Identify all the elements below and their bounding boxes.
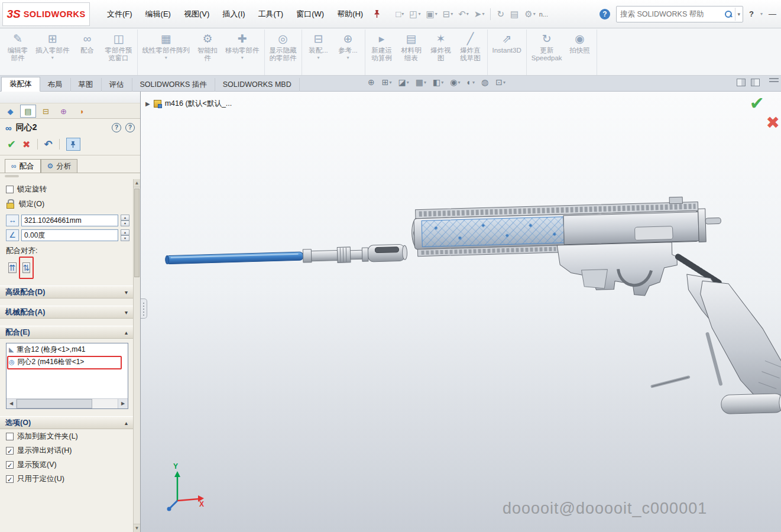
hide-show-items-button[interactable]: ◉▾ <box>450 77 460 87</box>
search-dropdown-arrow-icon[interactable]: ▾ <box>735 8 743 21</box>
ribbon-button-update-speedpak[interactable]: ↻更新 Speedpak <box>529 30 565 69</box>
file-properties-button[interactable]: ▤ <box>508 8 521 21</box>
spin-down-icon[interactable]: ▾ <box>121 235 129 241</box>
scrollbar-thumb[interactable] <box>17 399 92 408</box>
help-icon[interactable]: ? <box>125 123 135 132</box>
ribbon-button-mate[interactable]: ∞配合 <box>73 30 102 61</box>
options-button[interactable]: ⚙▾ <box>523 8 537 21</box>
ribbon-button-component-preview[interactable]: ◫零部件预 览窗口 <box>102 30 135 69</box>
pane-right-icon[interactable] <box>751 79 760 86</box>
menu-tools[interactable]: 工具(T) <box>252 1 290 28</box>
section-advanced-mates[interactable]: 高级配合(D)▾ <box>0 286 133 299</box>
ribbon-button-bom[interactable]: ▤材料明 细表 <box>397 30 426 69</box>
tab-mates[interactable]: ∞配合 <box>5 159 41 173</box>
ribbon-button-move-component[interactable]: ✚移动零部件▾ <box>222 30 263 61</box>
ribbon-button-linear-pattern[interactable]: ▦线性零部件阵列▾ <box>140 30 193 61</box>
minimize-button[interactable]: — <box>769 9 776 18</box>
displaymanager-tab[interactable]: ◑ <box>73 105 89 118</box>
tab-mbd[interactable]: SOLIDWORKS MBD <box>215 78 300 92</box>
ribbon-button-edit-component[interactable]: ✎编辑零 部件 <box>3 30 33 69</box>
section-mechanical-mates[interactable]: 机械配合(A)▾ <box>0 306 133 319</box>
print-button[interactable]: ⊟▾ <box>441 8 455 21</box>
flyout-arrow-icon[interactable]: ▶ <box>145 100 150 107</box>
spin-down-icon[interactable]: ▾ <box>121 220 129 226</box>
ribbon-button-smart-fasteners[interactable]: ⚙智能扣 件 <box>193 30 222 69</box>
ok-button[interactable]: ✔ <box>7 138 16 151</box>
apply-scene-button[interactable]: ◍ <box>481 77 489 87</box>
help-button[interactable]: ? <box>749 9 754 18</box>
tab-assembly[interactable]: 装配体 <box>1 77 40 92</box>
graphics-viewport[interactable]: Y X ▶ m416 (默认<默认_... ✔ ✖ dooooit@dooooi… <box>141 92 781 532</box>
show-popup-checkbox[interactable]: ✓ <box>6 447 14 455</box>
rifle-3d-model[interactable]: Y X <box>141 92 781 532</box>
spin-up-icon[interactable]: ▴ <box>121 229 129 235</box>
tab-sketch[interactable]: 草图 <box>71 78 102 92</box>
option-show-preview[interactable]: ✓显示预览(V) <box>6 458 129 472</box>
undo-button[interactable]: ↶▾ <box>456 8 471 21</box>
panel-splitter-grip[interactable] <box>0 173 140 179</box>
ribbon-button-assembly-features[interactable]: ⊟装配...▾ <box>304 30 333 61</box>
lock-rotation-checkbox[interactable] <box>6 186 14 193</box>
show-preview-checkbox[interactable]: ✓ <box>6 461 14 469</box>
menu-help[interactable]: 帮助(H) <box>330 1 370 28</box>
new-file-button[interactable]: □▾ <box>394 8 406 21</box>
zoom-area-button[interactable]: ⊞▾ <box>382 77 392 87</box>
scroll-right-icon[interactable]: ▶ <box>118 399 128 408</box>
ribbon-button-exploded-view[interactable]: ✶爆炸视 图 <box>426 30 456 69</box>
menu-insert[interactable]: 插入(I) <box>216 1 251 28</box>
add-to-new-folder-checkbox[interactable] <box>6 433 14 440</box>
configurationmanager-tab[interactable]: ⊟ <box>38 105 54 118</box>
ribbon-button-show-hidden[interactable]: ◎显示隐藏 的零部件 <box>267 30 300 69</box>
keep-visible-pin-button[interactable] <box>66 138 80 151</box>
panel-collapse-handle[interactable] <box>141 299 147 319</box>
distance-stepper[interactable]: ▴▾ <box>121 215 129 226</box>
section-view-button[interactable]: ◪▾ <box>398 77 409 87</box>
angle-input[interactable] <box>21 229 118 241</box>
scroll-left-icon[interactable]: ◀ <box>7 399 17 408</box>
menu-pin-icon[interactable] <box>373 9 381 18</box>
dimxpert-tab[interactable]: ⊕ <box>56 105 72 118</box>
confirm-ok-icon[interactable]: ✔ <box>750 93 764 113</box>
open-file-button[interactable]: ◰▾ <box>407 8 422 21</box>
scroll-up-icon[interactable]: ▲ <box>134 179 140 187</box>
ribbon-button-take-snapshot[interactable]: ◉拍快照 <box>565 30 595 61</box>
distance-input[interactable] <box>21 215 118 226</box>
zoom-fit-button[interactable]: ⊕ <box>368 77 375 87</box>
anti-aligned-button[interactable]: ⇅ <box>22 262 31 273</box>
select-button[interactable]: ➤▾ <box>472 8 487 21</box>
ribbon-button-instant3d[interactable]: ⇗Instant3D <box>490 30 524 61</box>
horizontal-scrollbar[interactable]: ◀ ▶ <box>7 398 128 408</box>
taskpane-collapsed-icon[interactable] <box>769 78 779 82</box>
spin-up-icon[interactable]: ▴ <box>121 215 129 220</box>
lock-mate-row[interactable]: 锁定(O) <box>6 196 129 212</box>
list-item-concentric[interactable]: ◎同心2 (m416枪管<1> <box>7 356 128 368</box>
feedback-icon[interactable]: ? <box>112 123 121 132</box>
ribbon-button-reference-geometry[interactable]: ⊕参考...▾ <box>333 30 363 61</box>
undo-button[interactable]: ↶ <box>44 138 53 151</box>
view-orientation-button[interactable]: ▦▾ <box>416 77 426 87</box>
tab-evaluate[interactable]: 评估 <box>102 78 132 92</box>
display-style-button[interactable]: ◧▾ <box>433 77 443 87</box>
angle-stepper[interactable]: ▴▾ <box>121 229 129 241</box>
ribbon-button-insert-components[interactable]: ⊞插入零部件▾ <box>33 30 73 61</box>
search-input[interactable] <box>617 10 723 18</box>
vertical-scrollbar[interactable]: ▲ ▼ <box>133 179 140 532</box>
flyout-feature-tree[interactable]: ▶ m416 (默认<默认_... <box>145 99 232 109</box>
scrollbar-thumb[interactable] <box>134 189 140 277</box>
option-add-to-new-folder[interactable]: 添加到新文件夹(L) <box>6 430 129 443</box>
featuremanager-tab[interactable]: ◆ <box>2 105 18 118</box>
save-button[interactable]: ▣▾ <box>424 8 439 21</box>
search-icon[interactable] <box>724 9 733 19</box>
lock-rotation-row[interactable]: 锁定旋转 <box>6 183 129 196</box>
section-mates[interactable]: 配合(E)▴ <box>0 326 133 339</box>
ribbon-button-explode-line-sketch[interactable]: ╱爆炸直 线草图 <box>456 30 485 69</box>
help-circle-icon[interactable]: ? <box>599 9 610 20</box>
confirm-cancel-icon[interactable]: ✖ <box>766 113 780 132</box>
view-settings-button[interactable]: ⊡▾ <box>495 77 505 87</box>
scrollbar-track[interactable] <box>17 399 118 408</box>
section-options[interactable]: 选项(O)▴ <box>0 416 133 429</box>
edit-appearance-button[interactable]: ◐▾ <box>466 77 474 87</box>
option-show-popup[interactable]: ✓显示弹出对话(H) <box>6 444 129 458</box>
positioning-only-checkbox[interactable]: ✓ <box>6 475 14 483</box>
menu-window[interactable]: 窗口(W) <box>290 1 330 28</box>
